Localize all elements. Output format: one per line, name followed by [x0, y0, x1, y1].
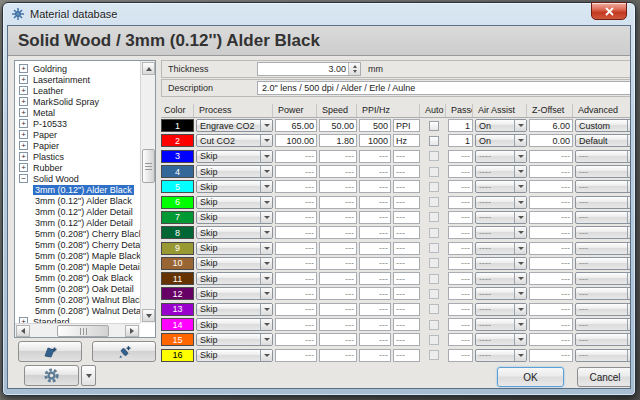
tree-item[interactable]: +Lasertainment: [15, 74, 140, 85]
expand-toggle-icon[interactable]: +: [19, 152, 28, 161]
settings-dropdown-button[interactable]: [81, 365, 96, 386]
tree-item[interactable]: 5mm (0.208") Maple Detail: [15, 261, 140, 272]
expand-toggle-icon[interactable]: +: [19, 119, 28, 128]
auto-checkbox[interactable]: [429, 136, 439, 146]
spinner-arrows-icon[interactable]: [348, 63, 360, 75]
expand-toggle-icon[interactable]: +: [19, 130, 28, 139]
tree-item[interactable]: −Solid Wood: [15, 173, 140, 184]
tree-item[interactable]: 5mm (0.208") Oak Black: [15, 272, 140, 283]
power-value[interactable]: 100.00: [275, 134, 317, 147]
z-offset-value[interactable]: 6.00: [529, 119, 573, 132]
air-assist-select[interactable]: ----: [475, 226, 527, 239]
expand-toggle-icon[interactable]: +: [19, 141, 28, 150]
collapse-toggle-icon[interactable]: −: [19, 174, 28, 183]
advanced-select[interactable]: ---: [575, 257, 631, 270]
air-assist-select[interactable]: On: [475, 119, 527, 132]
air-assist-select[interactable]: ----: [475, 333, 527, 346]
air-assist-select[interactable]: ----: [475, 180, 527, 193]
speed-value[interactable]: 1.80: [319, 134, 357, 147]
advanced-select[interactable]: ---: [575, 165, 631, 178]
tree-item[interactable]: 3mm (0.12") Alder Detail: [15, 217, 140, 228]
advanced-select[interactable]: ---: [575, 287, 631, 300]
air-assist-select[interactable]: ----: [475, 165, 527, 178]
thickness-value[interactable]: 3.00: [258, 64, 348, 74]
thickness-stepper[interactable]: 3.00: [257, 62, 361, 76]
tree-item[interactable]: +P-10533: [15, 118, 140, 129]
scroll-up-icon[interactable]: [142, 62, 155, 75]
tree-item[interactable]: +Rubber: [15, 162, 140, 173]
tree-item[interactable]: 5mm (0.208") Walnut Detai: [15, 305, 140, 316]
advanced-select[interactable]: ---: [575, 150, 631, 163]
air-assist-select[interactable]: ----: [475, 150, 527, 163]
process-select[interactable]: Skip: [196, 196, 273, 209]
process-select[interactable]: Skip: [196, 226, 273, 239]
speed-value[interactable]: 50.00: [319, 119, 357, 132]
advanced-select[interactable]: ---: [575, 318, 631, 331]
air-assist-select[interactable]: ----: [475, 349, 527, 362]
tree-item[interactable]: +Goldring: [15, 63, 140, 74]
tree-item[interactable]: +Metal: [15, 107, 140, 118]
expand-toggle-icon[interactable]: +: [19, 64, 28, 73]
process-select[interactable]: Skip: [196, 180, 273, 193]
tree-item[interactable]: 3mm (0.12") Alder Detail: [15, 206, 140, 217]
tree-item[interactable]: 5mm (0.208") Maple Black: [15, 250, 140, 261]
process-select[interactable]: Skip: [196, 211, 273, 224]
passes-value[interactable]: 1: [448, 134, 473, 147]
auto-checkbox[interactable]: [429, 121, 439, 131]
advanced-select[interactable]: ---: [575, 211, 631, 224]
close-button[interactable]: [591, 2, 627, 20]
process-select[interactable]: Cut CO2: [196, 134, 273, 147]
description-input[interactable]: 2.0" lens / 500 dpi / Alder / Erle / Aul…: [257, 81, 631, 95]
air-assist-select[interactable]: ----: [475, 303, 527, 316]
ppi-hz-value[interactable]: 500: [359, 119, 391, 132]
air-assist-select[interactable]: ----: [475, 211, 527, 224]
tree-item[interactable]: +Paper: [15, 129, 140, 140]
scroll-left-icon[interactable]: [16, 325, 30, 337]
tree-item[interactable]: +Plastics: [15, 151, 140, 162]
air-assist-select[interactable]: ----: [475, 272, 527, 285]
process-select[interactable]: Skip: [196, 242, 273, 255]
advanced-select[interactable]: ---: [575, 333, 631, 346]
advanced-select[interactable]: ---: [575, 349, 631, 362]
process-select[interactable]: Skip: [196, 272, 273, 285]
process-select[interactable]: Skip: [196, 349, 273, 362]
air-assist-select[interactable]: ----: [475, 257, 527, 270]
add-pen-button[interactable]: [92, 341, 156, 362]
tree-item[interactable]: 5mm (0.208") Cherry Black: [15, 228, 140, 239]
expand-toggle-icon[interactable]: +: [19, 108, 28, 117]
advanced-select[interactable]: Default: [575, 134, 631, 147]
passes-value[interactable]: 1: [448, 119, 473, 132]
tree-item[interactable]: 3mm (0.12") Alder Black: [15, 195, 140, 206]
settings-button[interactable]: [24, 365, 79, 386]
ppi-hz-value[interactable]: 1000: [359, 134, 391, 147]
tree-item[interactable]: +Papier: [15, 140, 140, 151]
air-assist-select[interactable]: ----: [475, 318, 527, 331]
ok-button[interactable]: OK: [497, 367, 564, 387]
process-select[interactable]: Skip: [196, 303, 273, 316]
tree-item[interactable]: 5mm (0.208") Walnut Black: [15, 294, 140, 305]
expand-toggle-icon[interactable]: +: [19, 86, 28, 95]
scroll-right-icon[interactable]: [125, 325, 139, 337]
advanced-select[interactable]: ---: [575, 272, 631, 285]
process-select[interactable]: Skip: [196, 257, 273, 270]
tree-item[interactable]: +Leather: [15, 85, 140, 96]
expand-toggle-icon[interactable]: +: [19, 163, 28, 172]
tree-item[interactable]: 5mm (0.208") Cherry Detai: [15, 239, 140, 250]
air-assist-select[interactable]: On: [475, 134, 527, 147]
process-select[interactable]: Skip: [196, 287, 273, 300]
cancel-button[interactable]: Cancel: [577, 367, 631, 387]
tree-item[interactable]: 3mm (0.12") Alder Black: [15, 184, 140, 195]
tree-item[interactable]: +MarkSolid Spray: [15, 96, 140, 107]
horizontal-scroll-thumb[interactable]: [57, 325, 109, 337]
advanced-select[interactable]: Custom: [575, 119, 631, 132]
air-assist-select[interactable]: ----: [475, 196, 527, 209]
process-select[interactable]: Skip: [196, 165, 273, 178]
power-value[interactable]: 65.00: [275, 119, 317, 132]
advanced-select[interactable]: ---: [575, 303, 631, 316]
z-offset-value[interactable]: 0.00: [529, 134, 573, 147]
tree-item[interactable]: +Standard: [15, 316, 140, 323]
scroll-down-icon[interactable]: [142, 309, 155, 322]
expand-toggle-icon[interactable]: +: [19, 97, 28, 106]
tree-item[interactable]: 5mm (0.208") Oak Detail: [15, 283, 140, 294]
advanced-select[interactable]: ---: [575, 226, 631, 239]
